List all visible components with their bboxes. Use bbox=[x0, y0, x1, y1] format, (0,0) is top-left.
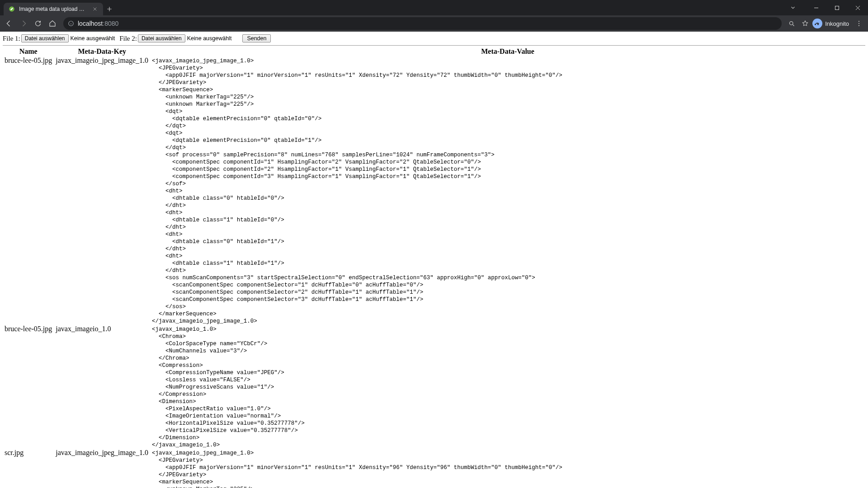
new-tab-button[interactable] bbox=[103, 3, 116, 15]
metadata-table: Name Meta-Data-Key Meta-Data-Value bruce… bbox=[3, 47, 865, 488]
tab-search-icon[interactable] bbox=[786, 5, 800, 11]
window-maximize-button[interactable] bbox=[826, 0, 847, 15]
spring-leaf-icon bbox=[8, 5, 15, 13]
forward-button[interactable] bbox=[17, 17, 30, 30]
file1-choose-button[interactable]: Datei auswählen bbox=[21, 34, 69, 42]
url-domain: localhost bbox=[78, 20, 103, 27]
svg-point-4 bbox=[859, 21, 859, 22]
cell-value: <javax_imageio_jpeg_image_1.0> <JPEGvari… bbox=[150, 449, 865, 488]
cell-name: bruce-lee-05.jpg bbox=[3, 325, 54, 449]
file2-label: File 2: bbox=[119, 35, 137, 42]
site-info-icon[interactable] bbox=[68, 20, 74, 27]
cell-name: scr.jpg bbox=[3, 449, 54, 488]
file2-status: Keine ausgewählt bbox=[187, 35, 232, 42]
bookmark-star-icon[interactable] bbox=[799, 17, 811, 30]
kebab-menu-icon[interactable] bbox=[853, 17, 865, 30]
svg-point-6 bbox=[859, 25, 859, 26]
cell-value: <javax_imageio_1.0> <Chroma> <ColorSpace… bbox=[150, 325, 865, 449]
back-button[interactable] bbox=[3, 17, 15, 30]
window-minimize-button[interactable] bbox=[806, 0, 826, 15]
svg-point-5 bbox=[859, 23, 859, 24]
url-port: :8080 bbox=[103, 20, 118, 27]
file1-label: File 1: bbox=[3, 35, 20, 42]
cell-value: <javax_imageio_jpeg_image_1.0> <JPEGvari… bbox=[150, 56, 865, 325]
cell-key: javax_imageio_jpeg_image_1.0 bbox=[54, 449, 150, 488]
table-header-row: Name Meta-Data-Key Meta-Data-Value bbox=[3, 47, 865, 56]
browser-toolbar: localhost:8080 Inkognito bbox=[0, 15, 868, 32]
col-name-header: Name bbox=[3, 47, 54, 56]
file1-status: Keine ausgewählt bbox=[71, 35, 115, 42]
search-icon[interactable] bbox=[785, 17, 798, 30]
window-close-button[interactable] bbox=[847, 0, 868, 15]
tab-title: Image meta data upload Exampl bbox=[19, 6, 88, 12]
browser-tab[interactable]: Image meta data upload Exampl bbox=[4, 3, 103, 15]
address-bar[interactable]: localhost:8080 bbox=[63, 17, 782, 30]
cell-key: javax_imageio_jpeg_image_1.0 bbox=[54, 56, 150, 325]
col-key-header: Meta-Data-Key bbox=[54, 47, 150, 56]
cell-name: bruce-lee-05.jpg bbox=[3, 56, 54, 325]
profile-label[interactable]: Inkognito bbox=[825, 20, 849, 27]
upload-form: File 1: Datei auswählen Keine ausgewählt… bbox=[3, 34, 865, 42]
col-value-header: Meta-Data-Value bbox=[150, 47, 865, 56]
submit-button[interactable]: Senden bbox=[242, 34, 271, 42]
file2-choose-button[interactable]: Datei auswählen bbox=[138, 34, 185, 42]
table-row: scr.jpg javax_imageio_jpeg_image_1.0 <ja… bbox=[3, 449, 865, 488]
svg-rect-1 bbox=[835, 6, 839, 9]
home-button[interactable] bbox=[46, 17, 59, 30]
svg-point-3 bbox=[789, 21, 793, 25]
incognito-avatar-icon[interactable] bbox=[812, 19, 822, 28]
page-content: File 1: Datei auswählen Keine ausgewählt… bbox=[0, 32, 868, 488]
close-tab-icon[interactable] bbox=[91, 5, 99, 13]
browser-titlebar: Image meta data upload Exampl bbox=[0, 0, 868, 15]
table-row: bruce-lee-05.jpg javax_imageio_jpeg_imag… bbox=[3, 56, 865, 325]
cell-key: javax_imageio_1.0 bbox=[54, 325, 150, 449]
reload-button[interactable] bbox=[32, 17, 44, 30]
table-row: bruce-lee-05.jpg javax_imageio_1.0 <java… bbox=[3, 325, 865, 449]
divider bbox=[3, 45, 865, 46]
